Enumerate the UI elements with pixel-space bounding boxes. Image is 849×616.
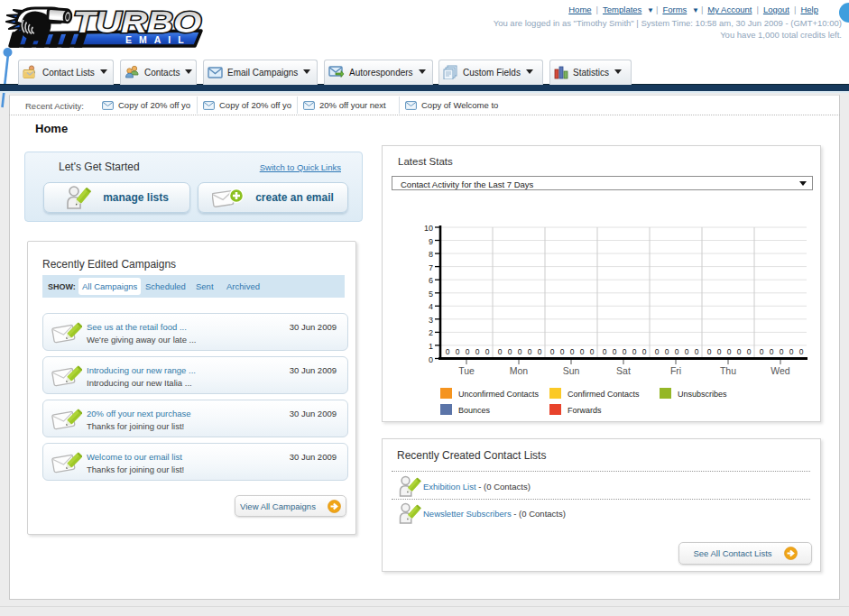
- svg-text:0: 0: [685, 347, 689, 356]
- svg-text:0: 0: [560, 347, 565, 356]
- svg-text:4: 4: [429, 302, 433, 311]
- svg-text:0: 0: [485, 347, 490, 356]
- svg-text:0: 0: [580, 347, 585, 356]
- svg-text:0: 0: [642, 347, 647, 356]
- svg-text:0: 0: [590, 347, 595, 356]
- svg-text:0: 0: [528, 347, 532, 356]
- svg-text:0: 0: [760, 347, 764, 356]
- svg-text:0: 0: [446, 347, 450, 356]
- svg-text:0: 0: [747, 347, 752, 356]
- svg-text:6: 6: [429, 276, 433, 285]
- svg-text:Mon: Mon: [510, 365, 529, 376]
- svg-text:0: 0: [538, 347, 542, 356]
- svg-text:8: 8: [429, 250, 433, 259]
- svg-text:0: 0: [550, 347, 555, 356]
- svg-text:0: 0: [466, 347, 470, 356]
- svg-text:0: 0: [707, 347, 712, 356]
- svg-text:TURBO: TURBO: [73, 5, 201, 39]
- svg-text:0: 0: [737, 347, 742, 356]
- svg-text:Confirmed Contacts: Confirmed Contacts: [568, 390, 640, 399]
- svg-text:0: 0: [665, 347, 669, 356]
- svg-text:Sat: Sat: [616, 365, 631, 376]
- svg-text:0: 0: [603, 347, 607, 356]
- svg-text:0: 0: [570, 347, 575, 356]
- svg-text:0: 0: [675, 347, 679, 356]
- svg-text:Forwards: Forwards: [568, 406, 602, 415]
- svg-text:0: 0: [789, 347, 794, 356]
- svg-text:7: 7: [429, 263, 433, 272]
- svg-text:0: 0: [498, 347, 503, 356]
- svg-text:10: 10: [424, 224, 433, 233]
- svg-text:0: 0: [518, 347, 522, 356]
- svg-text:0: 0: [429, 355, 433, 364]
- svg-text:Thu: Thu: [720, 365, 736, 376]
- svg-text:0: 0: [613, 347, 617, 356]
- svg-text:Wed: Wed: [771, 365, 790, 376]
- svg-text:5: 5: [429, 290, 433, 299]
- svg-text:Sun: Sun: [563, 365, 580, 376]
- svg-text:0: 0: [695, 347, 699, 356]
- svg-text:1: 1: [429, 342, 433, 351]
- svg-text:9: 9: [429, 237, 433, 246]
- svg-text:Unconfirmed Contacts: Unconfirmed Contacts: [458, 390, 540, 399]
- svg-text:Unsubscribes: Unsubscribes: [678, 390, 727, 399]
- svg-text:Tue: Tue: [458, 365, 475, 376]
- svg-text:0: 0: [456, 347, 460, 356]
- svg-text:0: 0: [770, 347, 774, 356]
- svg-text:0: 0: [508, 347, 512, 356]
- svg-text:0: 0: [632, 347, 637, 356]
- svg-text:Fri: Fri: [670, 365, 681, 376]
- svg-text:0: 0: [655, 347, 660, 356]
- svg-text:0: 0: [717, 347, 722, 356]
- svg-text:0: 0: [799, 347, 804, 356]
- svg-text:2: 2: [429, 328, 433, 337]
- svg-text:0: 0: [780, 347, 784, 356]
- svg-text:Bounces: Bounces: [458, 406, 491, 415]
- svg-text:3: 3: [429, 316, 433, 325]
- svg-text:0: 0: [727, 347, 732, 356]
- svg-text:0: 0: [475, 347, 480, 356]
- svg-text:0: 0: [623, 347, 627, 356]
